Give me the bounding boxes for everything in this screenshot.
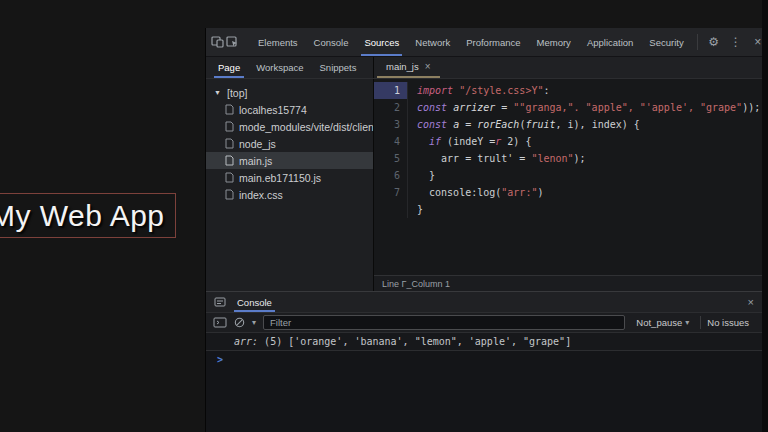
console-tab[interactable]: Console [230,292,279,312]
more-options-kebab-icon[interactable]: ⋮ [725,28,747,56]
tree-item-main-js[interactable]: main.js [206,152,373,169]
file-icon [225,189,234,200]
tab-performance[interactable]: Proformance [458,28,528,56]
tree-item-label: mode_modules/vite/dist/client [239,121,373,133]
devtools-toolbar: Elements Console Sources Network Proform… [206,28,762,57]
console-tab-row: Console × [206,291,762,312]
tree-root-top[interactable]: ▼ [top] [206,84,373,101]
tree-item-localhes15774[interactable]: localhes15774 [206,101,373,118]
file-icon [225,155,234,166]
editor-tab-close-icon[interactable]: × [425,61,431,72]
file-icon [225,104,234,115]
tree-item-label: index.css [239,189,283,201]
settings-gear-icon[interactable]: ⚙ [703,28,725,56]
toolbar-divider [697,34,698,50]
clear-console-icon[interactable] [234,317,245,328]
tab-snippets[interactable]: Snippets [312,57,365,78]
console-sidebar-icon[interactable] [213,317,227,328]
log-level-label: Not_pause [636,317,682,328]
console-toolbar: ▾ Not_pause ▾ No issues [206,312,762,332]
filter-dropdown-icon[interactable]: ▾ [252,318,256,327]
code-lines: 1import "/style.css>Y":2const arrizer = … [374,79,762,275]
issues-counter[interactable]: No issues [700,316,755,329]
tree-item-main-hash-js[interactable]: main.eb171150.js [206,169,373,186]
inspect-element-icon[interactable] [226,28,239,56]
tab-workspace[interactable]: Workspace [248,57,311,78]
close-drawer-icon[interactable]: × [748,292,754,312]
tree-item-label: main.js [239,155,272,167]
log-level-dropdown[interactable]: Not_pause ▾ [632,317,693,328]
cursor-position-label: Line Γ_Column 1 [382,279,450,289]
tree-item-node-js[interactable]: node_js [206,135,373,152]
toolbar-right-icons: ⚙ ⋮ × [692,28,768,56]
editor-status-bar: Line Γ_Column 1 [374,275,762,291]
devtools-panel: Elements Console Sources Network Proform… [205,28,762,432]
console-filter-input[interactable] [263,315,625,330]
tree-item-label: localhes15774 [239,104,307,116]
prompt-chevron-icon: > [217,354,223,365]
tree-root-label: [top] [227,87,247,99]
drawer-panel-icon[interactable] [214,292,226,312]
window-right-edge [762,0,768,432]
tree-item-index-css[interactable]: index.css [206,186,373,203]
sources-main: ▼ [top] localhes15774 mode_modules/vite/… [206,79,762,291]
editor-tab-strip: main_js × [374,57,762,78]
tab-memory[interactable]: Memory [529,28,579,56]
file-icon [225,138,234,149]
tree-item-label: node_js [239,138,276,150]
editor-tab-main-js[interactable]: main_js × [377,57,440,78]
file-icon [225,172,234,183]
webapp-title: My Web App [0,199,165,233]
tree-item-label: main.eb171150.js [239,172,321,184]
chevron-down-icon[interactable]: ▼ [214,89,222,96]
file-icon [225,121,234,132]
editor-tab-label: main_js [386,61,419,72]
tab-security[interactable]: Security [641,28,691,56]
code-editor[interactable]: 1import "/style.css>Y":2const arrizer = … [374,79,762,291]
console-drawer: Console × ▾ Not_pause ▾ No issues arr: (… [206,291,762,432]
tab-sources[interactable]: Sources [356,28,407,56]
tab-elements[interactable]: Elements [250,28,306,56]
webapp-heading-box: My Web App [0,193,176,238]
console-log-line: arr: (5) ['orange', 'banana', "lemon", '… [206,332,762,351]
sources-subbar: Page Workspace Snippets main_js × [206,57,762,79]
tab-page[interactable]: Page [210,57,248,78]
file-tree: ▼ [top] localhes15774 mode_modules/vite/… [206,79,374,291]
sources-sidebar-tabs: Page Workspace Snippets [206,57,374,78]
chevron-down-icon: ▾ [685,318,689,327]
tab-console[interactable]: Console [306,28,357,56]
console-prompt[interactable]: > [206,351,762,367]
toggle-device-toolbar-icon[interactable] [211,28,224,56]
console-empty-area[interactable] [206,367,762,432]
tree-item-node-modules[interactable]: mode_modules/vite/dist/client [206,118,373,135]
screen: My Web App Elements Console Sources Netw… [0,0,768,432]
tab-network[interactable]: Network [407,28,458,56]
tab-application[interactable]: Application [579,28,641,56]
